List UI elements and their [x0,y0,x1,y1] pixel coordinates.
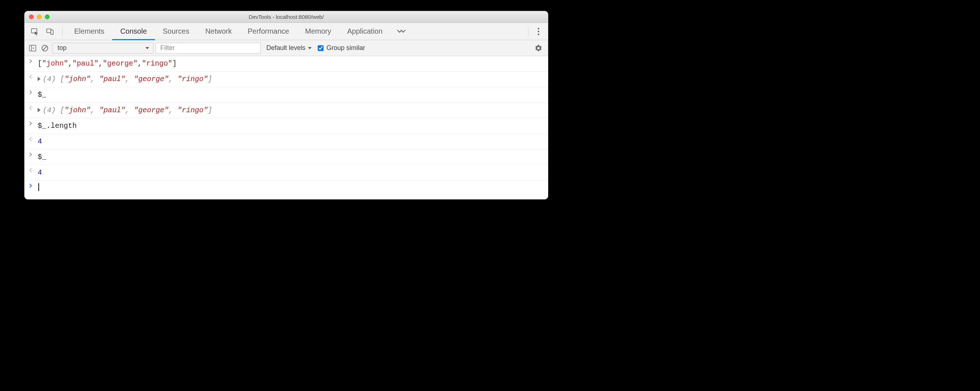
prompt-indicator-icon [27,182,34,188]
console-row-content: $_ [38,89,544,101]
console-row: $_ [25,87,548,103]
tabs-overflow-icon[interactable] [390,23,412,40]
tab-label: Network [205,27,232,35]
traffic-lights [29,14,49,19]
clear-console-icon[interactable] [40,43,50,53]
console-row-content: $_ [38,151,544,163]
console-row: ["john","paul","george","ringo"] [25,56,548,72]
context-value: top [57,44,67,52]
tab-label: Memory [305,27,331,35]
svg-point-3 [538,27,539,29]
console-row: 4 [25,165,548,181]
console-row: $_.length [25,118,548,134]
tab-label: Sources [163,27,189,35]
toggle-sidebar-icon[interactable] [27,43,38,53]
output-indicator-icon [27,73,34,79]
log-levels-select[interactable]: Default levels [263,44,315,52]
output-indicator-icon [27,136,34,142]
group-similar-label: Group similar [326,44,365,52]
console-row: $_ [25,150,548,165]
expand-icon[interactable] [38,77,41,81]
devtools-window: DevTools - localhost:8080/web/ Elements … [24,11,548,199]
dropdown-icon [308,46,312,50]
console-row: (4) ["john", "paul", "george", "ringo"] [25,103,548,118]
tab-elements[interactable]: Elements [66,23,112,40]
console-row-content: (4) ["john", "paul", "george", "ringo"] [38,73,544,85]
group-similar-checkbox[interactable] [318,45,323,51]
divider [62,27,63,36]
context-select[interactable]: top [52,43,153,54]
tab-console[interactable]: Console [112,23,154,40]
titlebar: DevTools - localhost:8080/web/ [25,11,548,23]
tab-performance[interactable]: Performance [240,23,298,40]
svg-point-5 [538,33,539,35]
svg-point-4 [538,30,539,32]
console-row: 4 [25,134,548,150]
svg-rect-6 [29,45,36,51]
tab-label: Application [347,27,382,35]
svg-rect-2 [51,30,53,34]
expand-icon[interactable] [38,108,41,112]
input-indicator-icon [27,120,34,126]
close-window-button[interactable] [29,14,33,19]
console-output[interactable]: ["john","paul","george","ringo"](4) ["jo… [25,56,548,199]
svg-point-11 [32,107,33,108]
tab-label: Performance [248,27,290,35]
tab-application[interactable]: Application [339,23,390,40]
input-indicator-icon [27,89,34,95]
zoom-window-button[interactable] [45,14,49,19]
spacer [412,23,524,40]
console-row-content: ["john","paul","george","ringo"] [38,58,544,70]
tab-sources[interactable]: Sources [155,23,197,40]
svg-point-12 [32,139,33,139]
filter-input[interactable] [156,43,261,54]
more-options-icon[interactable] [532,23,545,40]
console-row-content: 4 [38,136,544,147]
console-row-content: $_.length [38,120,544,132]
output-indicator-icon [27,167,34,173]
text-cursor [38,183,39,191]
console-row: (4) ["john", "paul", "george", "ringo"] [25,72,548,87]
console-row-content: 4 [38,167,544,179]
svg-point-10 [32,77,33,77]
tab-label: Elements [74,27,104,35]
console-row [25,181,548,199]
inspect-element-icon[interactable] [30,26,40,37]
minimize-window-button[interactable] [37,14,41,19]
console-input[interactable] [38,182,544,194]
tabbar: Elements Console Sources Network Perform… [25,23,548,40]
window-title: DevTools - localhost:8080/web/ [25,14,548,20]
divider [528,27,528,36]
tab-network[interactable]: Network [197,23,240,40]
inspect-tools [27,23,59,40]
console-row-content: (4) ["john", "paul", "george", "ringo"] [38,105,544,116]
input-indicator-icon [27,151,34,157]
panel-tabs: Elements Console Sources Network Perform… [66,23,412,40]
dropdown-icon [145,46,150,50]
device-toolbar-icon[interactable] [45,26,55,37]
levels-label: Default levels [266,44,305,52]
output-indicator-icon [27,105,34,110]
console-toolbar: top Default levels Group similar [25,40,548,56]
svg-line-9 [43,46,47,50]
input-indicator-icon [27,58,34,64]
settings-icon[interactable] [532,44,545,52]
tab-memory[interactable]: Memory [297,23,339,40]
svg-point-13 [32,170,33,171]
tab-label: Console [120,27,146,35]
group-similar-toggle[interactable]: Group similar [318,44,365,52]
